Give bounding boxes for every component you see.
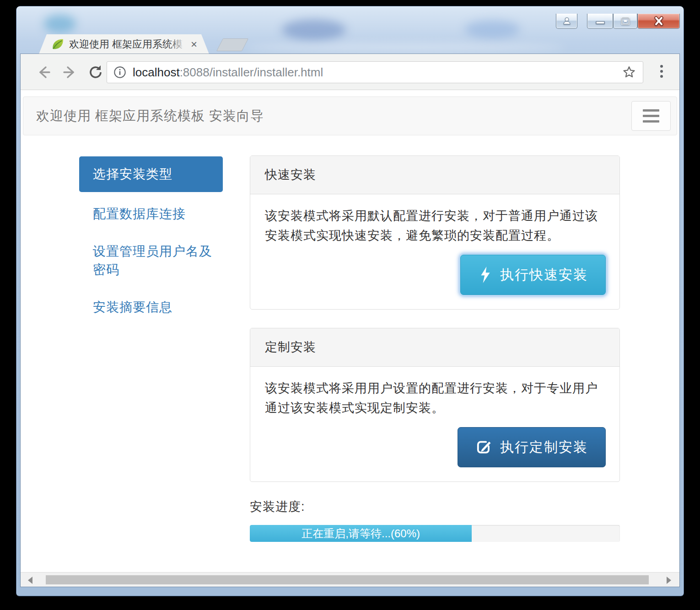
reload-button[interactable] xyxy=(87,64,104,80)
lightning-icon xyxy=(478,267,493,283)
hamburger-icon xyxy=(643,109,659,112)
url-host: localhost xyxy=(133,65,180,79)
url-path: :8088/installer/installer.html xyxy=(180,65,323,79)
person-icon xyxy=(562,16,572,26)
maximize-button[interactable] xyxy=(613,14,637,29)
info-icon[interactable] xyxy=(113,66,126,79)
quick-install-panel-title: 快速安装 xyxy=(250,156,619,194)
horizontal-scrollbar[interactable] xyxy=(21,572,679,587)
forward-icon xyxy=(62,65,78,79)
reload-icon xyxy=(88,64,103,80)
quick-install-panel-body: 该安装模式将采用默认配置进行安装，对于普通用户通过该安装模式实现快速安装，避免繁… xyxy=(250,194,619,246)
page-title: 欢迎使用 框架应用系统模板 安装向导 xyxy=(36,97,264,135)
browser-chrome: localhost:8088/installer/installer.html … xyxy=(21,54,679,587)
custom-install-panel-body: 该安装模式将采用用户设置的配置进行安装，对于专业用户通过该安装模式实现定制安装。 xyxy=(250,367,619,418)
progress-fill: 正在重启,请等待...(60%) xyxy=(250,525,472,542)
quick-install-button[interactable]: 执行快速安装 xyxy=(460,255,606,295)
custom-install-panel-title: 定制安装 xyxy=(250,328,619,367)
favicon-leaf-icon xyxy=(51,37,65,51)
quick-install-button-label: 执行快速安装 xyxy=(500,266,588,284)
back-icon xyxy=(36,65,51,79)
progress-bar: 正在重启,请等待...(60%) xyxy=(250,525,620,542)
navbar-toggle-button[interactable] xyxy=(631,101,671,131)
progress-text: 正在重启,请等待...(60%) xyxy=(302,526,420,541)
page-content: 欢迎使用 框架应用系统模板 安装向导 选择安装类型 配置数据库连接 设置管理员用… xyxy=(21,90,679,572)
window-controls xyxy=(16,14,684,29)
maximize-icon xyxy=(620,16,631,26)
browser-toolbar: localhost:8088/installer/installer.html xyxy=(21,54,679,90)
back-button[interactable] xyxy=(35,64,52,80)
nav-item-db-connection[interactable]: 配置数据库连接 xyxy=(79,205,223,223)
page-navbar: 欢迎使用 框架应用系统模板 安装向导 xyxy=(23,96,677,135)
quick-install-panel: 快速安装 该安装模式将采用默认配置进行安装，对于普通用户通过该安装模式实现快速安… xyxy=(250,155,620,310)
install-steps-nav: 选择安装类型 配置数据库连接 设置管理员用户名及密码 安装摘要信息 xyxy=(79,156,223,316)
custom-install-panel: 定制安装 该安装模式将采用用户设置的配置进行安装，对于专业用户通过该安装模式实现… xyxy=(250,328,620,482)
url-text: localhost:8088/installer/installer.html xyxy=(133,65,622,80)
close-icon xyxy=(653,16,665,26)
screenshot-root: 欢迎使用 框架应用系统模 × xyxy=(0,0,700,610)
tab-title: 欢迎使用 框架应用系统模 xyxy=(69,38,183,50)
custom-install-button[interactable]: 执行定制安装 xyxy=(458,427,606,467)
close-button[interactable] xyxy=(637,14,680,29)
edit-icon xyxy=(475,439,493,456)
tab-title-wrap: 欢迎使用 框架应用系统模 xyxy=(69,37,187,51)
glass-reflection xyxy=(245,43,565,52)
scrollbar-thumb[interactable] xyxy=(46,575,649,584)
browser-tab[interactable]: 欢迎使用 框架应用系统模 × xyxy=(39,34,209,54)
minimize-icon xyxy=(595,16,606,26)
minimize-button[interactable] xyxy=(587,14,613,29)
new-tab-button[interactable] xyxy=(216,38,248,51)
scroll-right-icon[interactable] xyxy=(667,577,671,584)
browser-menu-button[interactable] xyxy=(660,65,664,78)
tab-close-icon[interactable]: × xyxy=(191,39,197,50)
nav-item-admin-account[interactable]: 设置管理员用户名及密码 xyxy=(79,242,216,279)
browser-window: 欢迎使用 框架应用系统模 × xyxy=(16,6,684,596)
profile-button[interactable] xyxy=(556,14,577,29)
address-bar[interactable]: localhost:8088/installer/installer.html xyxy=(107,61,643,83)
progress-label: 安装进度: xyxy=(250,498,305,515)
nav-item-install-type[interactable]: 选择安装类型 xyxy=(79,156,223,192)
scroll-left-icon[interactable] xyxy=(28,577,32,584)
bookmark-star-icon[interactable] xyxy=(622,65,636,80)
forward-button[interactable] xyxy=(62,64,78,80)
custom-install-button-label: 执行定制安装 xyxy=(500,438,588,457)
nav-item-summary[interactable]: 安装摘要信息 xyxy=(79,298,223,316)
